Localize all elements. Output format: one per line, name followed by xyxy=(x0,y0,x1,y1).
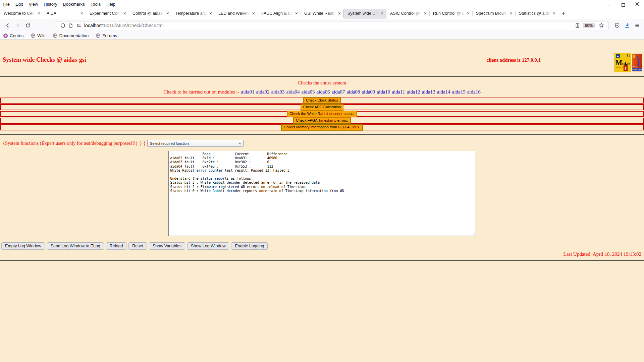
tab-close-icon[interactable]: × xyxy=(79,11,84,16)
log-window[interactable]: Base Current Difference aida02 fault 0x1… xyxy=(168,151,476,236)
module-link[interactable]: aida15 xyxy=(452,89,466,95)
browser-tab[interactable]: Control @ aidas × xyxy=(129,8,172,19)
url-bar[interactable]: localhost:8015/AIDA/Check/Check.tml 80% xyxy=(56,21,608,30)
module-link[interactable]: aida09 xyxy=(362,89,375,95)
browser-tab[interactable]: System wide Che × xyxy=(343,9,386,18)
menu-item[interactable]: View xyxy=(29,2,38,7)
maximize-icon[interactable] xyxy=(621,2,625,6)
bookmark-star-icon[interactable] xyxy=(597,22,605,29)
module-link[interactable]: aida06 xyxy=(316,89,330,95)
tab-close-icon[interactable]: × xyxy=(509,11,514,16)
downloads-icon[interactable] xyxy=(625,23,630,28)
tab-close-icon[interactable]: × xyxy=(37,11,41,16)
menu-item[interactable]: Help xyxy=(106,2,115,7)
page-info-icon[interactable] xyxy=(67,22,75,29)
check-row: Check Clock Status xyxy=(0,98,644,104)
browser-tab[interactable]: AIDA × xyxy=(43,8,86,19)
minimize-icon[interactable] xyxy=(606,2,610,6)
module-link[interactable]: aida04 xyxy=(286,89,300,95)
check-button[interactable]: Check Clock Status xyxy=(304,98,340,103)
navigation-toolbar: localhost:8015/AIDA/Check/Check.tml 80% xyxy=(0,19,644,32)
browser-tab[interactable]: Statistics @ aida × xyxy=(515,8,558,19)
back-button[interactable] xyxy=(3,21,12,30)
module-link[interactable]: aida02 xyxy=(256,89,269,95)
tab-close-icon[interactable]: × xyxy=(380,11,384,16)
tab-title: Run Control @ ai xyxy=(433,11,466,16)
module-link[interactable]: aida01 xyxy=(241,89,254,95)
horizontal-rule xyxy=(0,76,644,77)
check-button[interactable]: Check FPGA Timestamp errors. xyxy=(293,118,350,123)
bookmark-favicon xyxy=(53,34,57,38)
module-link[interactable]: aida16 xyxy=(467,89,481,95)
tab-close-icon[interactable]: × xyxy=(165,11,170,16)
log-action-button[interactable]: Empty Log Window xyxy=(1,242,45,250)
log-action-button[interactable]: Send Log Window to ELog xyxy=(47,242,104,250)
bookmark-favicon xyxy=(96,34,100,38)
midas-figure-icon xyxy=(624,65,628,71)
module-link[interactable]: aida07 xyxy=(331,89,345,95)
check-button[interactable]: Check the White Rabbit decoder status. xyxy=(287,111,357,117)
module-link[interactable]: aida11 xyxy=(392,89,405,95)
module-link[interactable]: aida12 xyxy=(407,89,420,95)
zoom-level-badge[interactable]: 80% xyxy=(583,23,595,28)
bookmark-item[interactable]: Documentation xyxy=(53,33,89,38)
browser-tab[interactable]: Temperature and × xyxy=(172,8,215,19)
tab-title: FADC Align & Co xyxy=(261,11,294,16)
log-action-button[interactable]: Reset xyxy=(128,242,147,250)
tab-close-icon[interactable]: × xyxy=(466,11,471,16)
browser-tab[interactable]: Welcome to Cent × xyxy=(0,8,43,19)
horizontal-rule xyxy=(0,260,644,261)
tcl-powered-logo[interactable]: TCL POWERED xyxy=(632,54,642,71)
module-link[interactable]: aida13 xyxy=(422,89,435,95)
tab-close-icon[interactable]: × xyxy=(423,11,428,16)
browser-tab[interactable]: GSI White Rabbit × xyxy=(301,8,343,19)
midas-logo[interactable]: Midas powered by xyxy=(614,53,631,72)
check-button[interactable]: Collect Memory information from FEE64 Li… xyxy=(281,124,363,130)
page-title: System wide Checks @ aidas-gsi xyxy=(3,56,86,63)
browser-tab[interactable]: Experiment Cont × xyxy=(86,8,129,19)
browser-tab[interactable]: ASIC Control @ a × xyxy=(386,8,429,19)
menu-item[interactable]: Tools xyxy=(91,2,101,7)
menu-item[interactable]: Edit xyxy=(15,2,23,7)
tab-close-icon[interactable]: × xyxy=(122,11,127,16)
module-link[interactable]: aida10 xyxy=(377,89,390,95)
pocket-icon[interactable] xyxy=(614,23,620,28)
menu-item[interactable]: Bookmarks xyxy=(63,2,85,7)
function-select[interactable]: Select required function xyxy=(147,140,244,147)
url-text[interactable]: localhost:8015/AIDA/Check/Check.tml xyxy=(84,23,574,28)
tab-close-icon[interactable]: × xyxy=(294,11,299,16)
bookmark-item[interactable]: Centos xyxy=(3,33,23,38)
browser-tab[interactable]: FADC Align & Co × xyxy=(258,8,301,19)
shield-icon[interactable] xyxy=(59,22,67,29)
reload-button[interactable] xyxy=(23,21,32,30)
browser-tab[interactable]: LED and Wavefor × xyxy=(215,8,258,19)
bookmark-item[interactable]: Forums xyxy=(96,33,117,38)
module-link[interactable]: aida14 xyxy=(437,89,450,95)
check-button[interactable]: Check ADC Calibration xyxy=(301,104,343,110)
reader-mode-icon[interactable] xyxy=(574,22,582,29)
log-action-button[interactable]: Enable Logging xyxy=(231,242,268,250)
log-action-button[interactable]: Reload xyxy=(106,242,127,250)
log-action-button[interactable]: Show Log Window xyxy=(187,242,229,250)
module-link[interactable]: aida05 xyxy=(301,89,315,95)
tab-close-icon[interactable]: × xyxy=(552,11,556,16)
browser-tab[interactable]: Spectrum Brows × xyxy=(472,8,515,19)
hamburger-menu-icon[interactable] xyxy=(635,23,640,28)
tab-close-icon[interactable]: × xyxy=(208,11,213,16)
menu-item[interactable]: History xyxy=(44,2,57,7)
log-action-button[interactable]: Show Variables xyxy=(149,242,185,250)
menu-item[interactable]: File xyxy=(3,2,10,7)
permissions-icon[interactable] xyxy=(75,22,83,29)
bookmark-item[interactable]: Wiki xyxy=(31,33,46,38)
browser-tab[interactable]: Run Control @ ai × xyxy=(429,8,472,19)
tab-close-icon[interactable]: × xyxy=(251,11,256,16)
tab-close-icon[interactable]: × xyxy=(337,11,342,16)
close-icon[interactable] xyxy=(635,2,639,6)
new-tab-button[interactable]: + xyxy=(558,8,569,18)
back-icon xyxy=(5,23,10,28)
check-rows: Check Clock Status Check ADC Calibration… xyxy=(0,98,644,130)
module-link[interactable]: aida03 xyxy=(271,89,284,95)
forward-button[interactable] xyxy=(13,21,22,30)
tab-title: Experiment Cont xyxy=(90,11,122,16)
module-link[interactable]: aida08 xyxy=(346,89,360,95)
